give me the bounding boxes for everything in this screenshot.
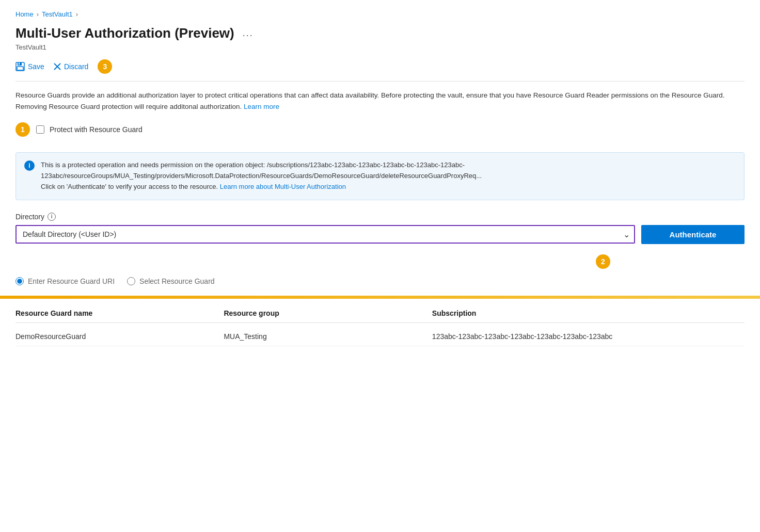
protect-checkbox-row: Protect with Resource Guard [36,125,142,134]
directory-select-wrapper: Default Directory (<User ID>) ⌄ [15,225,635,244]
table-row: DemoResourceGuard MUA_Testing 123abc-123… [15,327,745,346]
badge-2: 2 [596,254,610,269]
save-label: Save [28,62,44,71]
table-header-subscription: Subscription [432,309,745,317]
table-cell-name: DemoResourceGuard [15,332,224,341]
info-text: This is a protected operation and needs … [41,160,736,192]
protect-checkbox[interactable] [36,125,44,134]
learn-more-link[interactable]: Learn more [244,103,279,110]
table-cell-resource-group: MUA_Testing [224,332,432,341]
discard-icon [54,63,61,70]
radio-select[interactable] [127,277,135,285]
authenticate-button[interactable]: Authenticate [641,225,745,244]
table-header-resource-group: Resource group [224,309,432,317]
directory-row: Default Directory (<User ID>) ⌄ Authenti… [15,225,745,244]
description-text: Resource Guards provide an additional au… [15,90,728,112]
title-row: Multi-User Authorization (Preview) ... [15,25,745,41]
badge2-row: 2 [15,254,745,269]
breadcrumb: Home › TestVault1 › [15,10,745,18]
radio-options-row: Enter Resource Guard URI Select Resource… [15,277,745,285]
toolbar: Save Discard 3 [15,59,745,82]
discard-button[interactable]: Discard [54,62,88,71]
directory-select[interactable]: Default Directory (<User ID>) [15,225,635,244]
save-icon [15,62,25,71]
ellipsis-button[interactable]: ... [240,26,257,41]
discard-label: Discard [64,62,88,71]
radio-option-select[interactable]: Select Resource Guard [127,277,215,285]
protect-checkbox-label[interactable]: Protect with Resource Guard [50,125,142,134]
orange-divider [0,296,760,299]
toolbar-badge: 3 [98,59,112,74]
table-header: Resource Guard name Resource group Subsc… [15,309,745,323]
page-title: Multi-User Authorization (Preview) [15,25,234,41]
breadcrumb-home[interactable]: Home [15,10,34,18]
table-header-name: Resource Guard name [15,309,224,317]
description-badge: 1 [15,122,30,137]
table-cell-subscription: 123abc-123abc-123abc-123abc-123abc-123ab… [432,332,745,341]
svg-rect-3 [19,63,20,65]
radio-uri[interactable] [15,277,24,285]
directory-info-icon: i [48,213,56,221]
directory-label: Directory i [15,213,745,221]
svg-rect-2 [17,67,23,70]
save-button[interactable]: Save [15,62,44,71]
radio-option-uri[interactable]: Enter Resource Guard URI [15,277,115,285]
info-box: i This is a protected operation and need… [15,152,745,200]
resource-guard-table: Resource Guard name Resource group Subsc… [15,309,745,346]
directory-section: Directory i Default Directory (<User ID>… [15,213,745,244]
mua-learn-more-link[interactable]: Learn more about Multi-User Authorizatio… [220,183,346,190]
breadcrumb-vault[interactable]: TestVault1 [42,10,73,18]
page-subtitle: TestVault1 [15,43,745,51]
info-icon: i [24,160,35,171]
